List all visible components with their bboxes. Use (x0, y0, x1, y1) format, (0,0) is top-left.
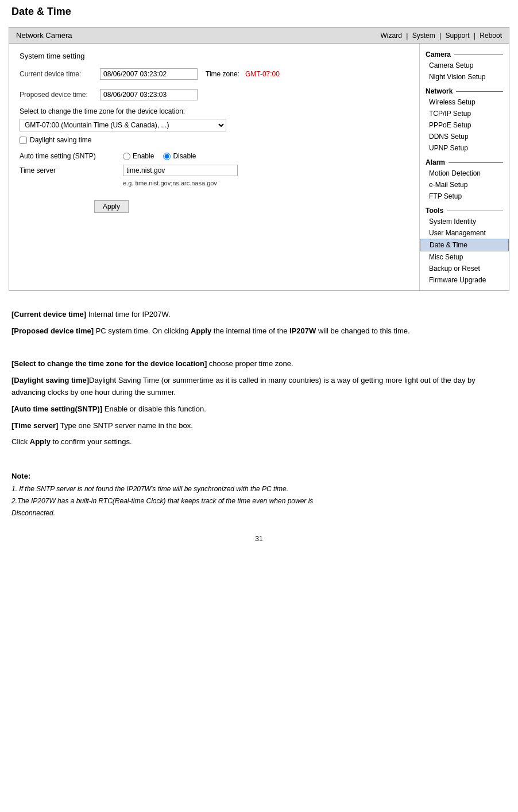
sidebar-item-ddns-setup[interactable]: DDNS Setup (420, 131, 509, 142)
sidebar-item-camera-setup[interactable]: Camera Setup (420, 60, 509, 71)
daylight-saving-row: Daylight saving time (20, 136, 409, 144)
sidebar-item-motion-detection[interactable]: Motion Detection (420, 168, 509, 179)
current-time-label: Current device time: (20, 70, 100, 78)
doc-time-server-text: Type one SNTP server name in the box. (58, 421, 192, 430)
sntp-disable-label: Disable (163, 152, 196, 160)
nav-sep-3: | (474, 32, 477, 40)
doc-time-server: [Time server] Type one SNTP server name … (11, 420, 507, 432)
sidebar-camera-line (454, 55, 503, 55)
sntp-enable-radio[interactable] (123, 153, 130, 160)
sidebar-item-ftp-setup[interactable]: FTP Setup (420, 191, 509, 202)
sidebar-alarm-title: Alarm (426, 158, 445, 166)
doc-proposed-text1: PC system time. On clicking (94, 327, 191, 335)
sntp-disable-text: Disable (173, 152, 196, 160)
sidebar-camera-title: Camera (426, 50, 451, 59)
sidebar-camera-header: Camera (420, 48, 509, 60)
doc-proposed-apply: Apply (191, 327, 211, 335)
sidebar-item-backup-reset[interactable]: Backup or Reset (420, 263, 509, 274)
timezone-select-row: GMT-07:00 (Mountain Time (US & Canada), … (20, 119, 409, 131)
sidebar-item-system-identity[interactable]: System Identity (420, 216, 509, 227)
doc-time-server-bold: [Time server] (11, 421, 58, 430)
doc-click-apply: Click Apply to confirm your settings. (11, 436, 507, 448)
section-title: System time setting (20, 52, 409, 60)
note-2b: Disconnected. (11, 508, 507, 519)
sidebar-item-pppoe-setup[interactable]: PPPoE Setup (420, 119, 509, 131)
frame-body: System time setting Current device time:… (9, 44, 509, 290)
frame-header: Network Camera Wizard | System | Support… (9, 28, 509, 44)
sidebar-item-user-management[interactable]: User Management (420, 227, 509, 239)
main-frame: Network Camera Wizard | System | Support… (9, 27, 509, 291)
page-title: Date & Time (0, 0, 518, 22)
nav-sep-1: | (406, 32, 409, 40)
doc-current-time-bold: [Current device time] (11, 310, 86, 318)
note-section: Note: 1. If the SNTP server is not found… (11, 471, 507, 519)
sidebar-network-line (456, 91, 503, 92)
doc-proposed-text3: will be changed to this time. (316, 327, 409, 335)
timezone-value: GMT-07:00 (245, 70, 280, 78)
sntp-enable-text: Enable (133, 152, 154, 160)
sidebar: Camera Camera Setup Night Vision Setup N… (420, 44, 509, 290)
doc-click-apply-bold: Apply (30, 437, 51, 446)
sidebar-item-misc-setup[interactable]: Misc Setup (420, 251, 509, 263)
proposed-time-label: Proposed device time: (20, 91, 100, 99)
doc-select-zone-text: choose proper time zone. (207, 359, 293, 368)
nav-reboot[interactable]: Reboot (480, 32, 502, 40)
sidebar-tools-line (447, 211, 503, 211)
current-time-input[interactable] (100, 68, 198, 80)
doc-daylight-bold: [Daylight saving time] (11, 376, 89, 384)
daylight-saving-label: Daylight saving time (30, 136, 91, 144)
current-time-row: Current device time: Time zone: GMT-07:0… (20, 68, 409, 80)
note-title: Note: (11, 471, 507, 483)
note-2: 2.The IP207W has a built-in RTC(Real-tim… (11, 496, 507, 507)
select-timezone-label: Select to change the time zone for the d… (20, 107, 409, 115)
sntp-enable-label: Enable (123, 152, 154, 160)
sidebar-tools-header: Tools (420, 204, 509, 216)
sidebar-item-night-vision[interactable]: Night Vision Setup (420, 71, 509, 83)
sidebar-item-date-time[interactable]: Date & Time (420, 239, 509, 251)
doc-daylight: [Daylight saving time]Daylight Saving Ti… (11, 375, 507, 399)
apply-button[interactable]: Apply (94, 200, 129, 213)
doc-blank1 (11, 342, 507, 354)
proposed-time-input[interactable] (100, 89, 198, 100)
sidebar-network-header: Network (420, 85, 509, 96)
doc-auto-text: Enable or disable this function. (102, 405, 206, 413)
timezone-label: Time zone: (206, 70, 239, 78)
nav-wizard[interactable]: Wizard (381, 32, 402, 40)
doc-proposed-model: IP207W (289, 327, 316, 335)
doc-click-apply-text2: to confirm your settings. (51, 437, 132, 446)
sntp-radio-group: Enable Disable (123, 152, 196, 160)
doc-current-time: [Current device time] Internal time for … (11, 309, 507, 321)
note-1: 1. If the SNTP server is not found the I… (11, 484, 507, 495)
sidebar-item-firmware-upgrade[interactable]: Firmware Upgrade (420, 274, 509, 286)
daylight-saving-checkbox[interactable] (20, 137, 27, 144)
doc-select-zone: [Select to change the time zone for the … (11, 358, 507, 370)
sidebar-tools-title: Tools (426, 207, 443, 215)
sntp-disable-radio[interactable] (163, 153, 171, 160)
content-spacer (20, 213, 409, 247)
doc-blank2 (11, 453, 507, 465)
time-server-eg: e.g. time.nist.gov;ns.arc.nasa.gov (123, 180, 409, 187)
sidebar-item-tcpip-setup[interactable]: TCP/IP Setup (420, 108, 509, 119)
frame-header-nav: Wizard | System | Support | Reboot (381, 32, 502, 40)
doc-select-zone-bold: [Select to change the time zone for the … (11, 359, 207, 368)
nav-system[interactable]: System (412, 32, 435, 40)
frame-header-title: Network Camera (16, 31, 72, 40)
doc-click-apply-text: Click (11, 437, 30, 446)
sidebar-item-upnp-setup[interactable]: UPNP Setup (420, 142, 509, 154)
doc-current-time-text: Internal time for IP207W. (86, 310, 171, 318)
doc-auto-bold: [Auto time setting(SNTP)] (11, 405, 102, 413)
sidebar-item-wireless-setup[interactable]: Wireless Setup (420, 96, 509, 108)
time-server-row: Time server (20, 165, 409, 176)
page-number: 31 (0, 529, 518, 549)
time-server-input[interactable] (123, 165, 238, 176)
doc-auto: [Auto time setting(SNTP)] Enable or disa… (11, 403, 507, 415)
sntp-row: Auto time setting (SNTP) Enable Disable (20, 152, 409, 160)
sidebar-network-title: Network (426, 87, 453, 95)
nav-sep-2: | (439, 32, 443, 40)
content-area: System time setting Current device time:… (9, 44, 420, 290)
sntp-label: Auto time setting (SNTP) (20, 152, 123, 160)
sidebar-item-email-setup[interactable]: e-Mail Setup (420, 179, 509, 191)
nav-support[interactable]: Support (445, 32, 469, 40)
documentation-section: [Current device time] Internal time for … (0, 300, 518, 529)
timezone-select[interactable]: GMT-07:00 (Mountain Time (US & Canada), … (20, 119, 226, 131)
